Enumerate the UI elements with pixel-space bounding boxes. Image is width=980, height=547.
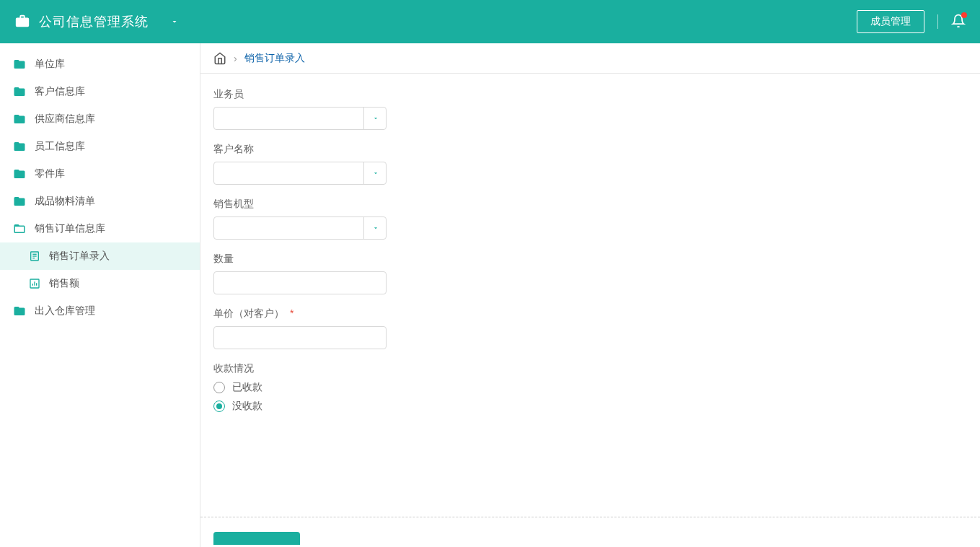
submit-button[interactable] bbox=[213, 532, 300, 545]
sidebar-item-unit[interactable]: 单位库 bbox=[0, 51, 200, 78]
sidebar-item-sales-order[interactable]: 销售订单信息库 bbox=[0, 215, 200, 242]
sidebar-item-label: 员工信息库 bbox=[35, 140, 85, 153]
folder-icon bbox=[13, 58, 26, 71]
sidebar-item-parts[interactable]: 零件库 bbox=[0, 160, 200, 188]
sidebar-item-supplier[interactable]: 供应商信息库 bbox=[0, 105, 200, 133]
folder-icon bbox=[13, 167, 26, 180]
app-dropdown-icon[interactable] bbox=[170, 17, 179, 26]
quantity-label: 数量 bbox=[213, 253, 967, 266]
sidebar-item-label: 供应商信息库 bbox=[35, 113, 95, 126]
sidebar-item-warehouse[interactable]: 出入仓库管理 bbox=[0, 297, 200, 325]
sidebar-item-label: 零件库 bbox=[35, 167, 65, 180]
folder-icon bbox=[13, 85, 26, 98]
price-label-text: 单价（对客户） bbox=[213, 307, 284, 319]
chevron-right-icon: › bbox=[234, 53, 237, 64]
field-price: 单价（对客户） * bbox=[213, 307, 967, 349]
sidebar-item-bom[interactable]: 成品物料清单 bbox=[0, 188, 200, 215]
sidebar-item-label: 出入仓库管理 bbox=[35, 305, 95, 318]
required-mark-icon: * bbox=[290, 307, 293, 319]
main-content: › 销售订单录入 业务员 客户名称 销售机型 bbox=[200, 43, 980, 547]
radio-checked-icon bbox=[213, 401, 225, 412]
price-label: 单价（对客户） * bbox=[213, 307, 967, 320]
quantity-input[interactable] bbox=[213, 271, 387, 294]
field-salesperson: 业务员 bbox=[213, 88, 967, 130]
breadcrumb-current[interactable]: 销售订单录入 bbox=[244, 52, 305, 65]
sidebar-item-customer[interactable]: 客户信息库 bbox=[0, 78, 200, 105]
radio-paid-label: 已收款 bbox=[232, 381, 262, 394]
customer-label: 客户名称 bbox=[213, 143, 967, 156]
payment-label: 收款情况 bbox=[213, 362, 967, 375]
folder-icon bbox=[13, 305, 26, 318]
field-customer: 客户名称 bbox=[213, 143, 967, 185]
app-title: 公司信息管理系统 bbox=[39, 13, 149, 30]
radio-paid[interactable]: 已收款 bbox=[213, 381, 967, 394]
sidebar-item-label: 销售订单录入 bbox=[49, 250, 110, 263]
sidebar-item-label: 销售订单信息库 bbox=[35, 222, 105, 235]
header-left: 公司信息管理系统 bbox=[14, 13, 179, 30]
folder-icon bbox=[13, 195, 26, 208]
header-right: 成员管理 bbox=[857, 10, 966, 33]
salesperson-select[interactable] bbox=[213, 107, 387, 130]
sidebar-item-label: 成品物料清单 bbox=[35, 195, 95, 208]
sidebar-item-employee[interactable]: 员工信息库 bbox=[0, 133, 200, 160]
form-area: 业务员 客户名称 销售机型 bbox=[200, 74, 980, 547]
sidebar: 单位库 客户信息库 供应商信息库 员工信息库 零件库 成品物料清单 销售订单信息… bbox=[0, 43, 200, 547]
home-icon[interactable] bbox=[213, 52, 226, 65]
chart-icon bbox=[29, 278, 40, 289]
member-manage-button[interactable]: 成员管理 bbox=[857, 10, 924, 33]
salesperson-label: 业务员 bbox=[213, 88, 967, 101]
form-icon bbox=[29, 250, 40, 262]
sidebar-sub-sales-amount[interactable]: 销售额 bbox=[0, 270, 200, 297]
model-select[interactable] bbox=[213, 216, 387, 240]
field-payment: 收款情况 已收款 没收款 bbox=[213, 362, 967, 413]
sidebar-item-label: 客户信息库 bbox=[35, 85, 85, 98]
sidebar-item-label: 单位库 bbox=[35, 58, 65, 71]
folder-icon bbox=[13, 140, 26, 153]
breadcrumb: › 销售订单录入 bbox=[200, 43, 980, 74]
folder-open-icon bbox=[13, 222, 26, 235]
field-model: 销售机型 bbox=[213, 198, 967, 240]
form-footer bbox=[200, 517, 980, 547]
header-divider bbox=[937, 14, 938, 29]
notification-dot-icon bbox=[961, 12, 967, 18]
field-quantity: 数量 bbox=[213, 253, 967, 294]
folder-icon bbox=[13, 113, 26, 126]
sidebar-sub-order-entry[interactable]: 销售订单录入 bbox=[0, 242, 200, 270]
price-input[interactable] bbox=[213, 326, 387, 349]
notification-bell[interactable] bbox=[951, 14, 966, 30]
app-header: 公司信息管理系统 成员管理 bbox=[0, 0, 980, 43]
radio-unpaid-label: 没收款 bbox=[232, 400, 262, 413]
customer-select[interactable] bbox=[213, 162, 387, 185]
model-label: 销售机型 bbox=[213, 198, 967, 211]
sidebar-item-label: 销售额 bbox=[49, 277, 79, 290]
radio-unpaid[interactable]: 没收款 bbox=[213, 400, 967, 413]
radio-icon bbox=[213, 382, 225, 393]
briefcase-icon bbox=[14, 14, 30, 30]
